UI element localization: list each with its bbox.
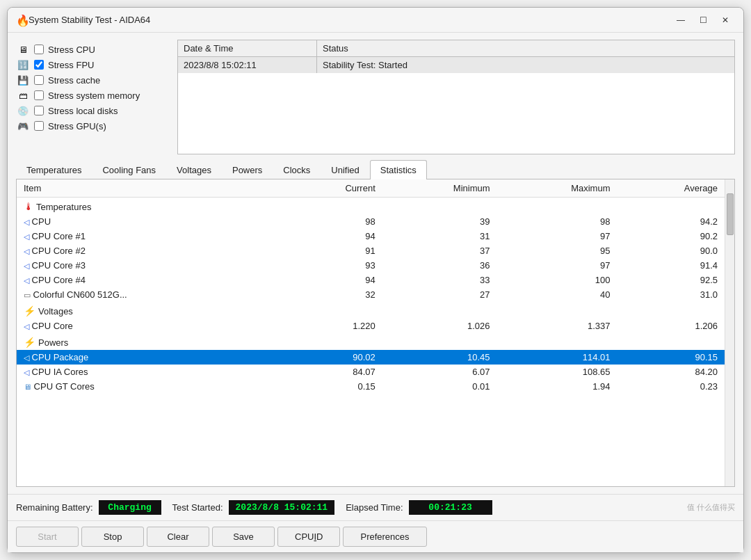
stress-memory-checkbox[interactable]	[34, 90, 44, 100]
tab-unified[interactable]: Unified	[321, 160, 369, 179]
main-window: 🔥 System Stability Test - AIDA64 — ☐ ✕ 🖥…	[7, 7, 744, 553]
table-row[interactable]: ◁ CPU Core #1 94 31 97 90.2	[17, 229, 725, 243]
stop-button[interactable]: Stop	[81, 527, 144, 547]
cpu-core3-minimum: 36	[382, 258, 497, 273]
fpu-stress-icon: 🔢	[16, 59, 30, 70]
cpuid-button[interactable]: CPUID	[277, 527, 340, 547]
elapsed-time-item: Elapsed Time: 00:21:23	[346, 500, 492, 515]
preferences-button[interactable]: Preferences	[343, 527, 426, 547]
cpu-gt-average: 0.23	[617, 379, 725, 394]
stress-cpu-item: 🖥 Stress CPU	[16, 42, 169, 56]
cpu-gt-minimum: 0.01	[382, 379, 497, 394]
cn600-minimum: 27	[382, 287, 497, 302]
clear-button[interactable]: Clear	[147, 527, 209, 547]
cpu-core2-average: 90.0	[617, 243, 725, 258]
data-table-scroll[interactable]: Item Current Minimum Maximum Average	[17, 179, 725, 486]
cpu-stress-icon: 🖥	[16, 44, 30, 55]
battery-label: Remaining Battery:	[16, 502, 93, 513]
scrollbar-thumb[interactable]	[727, 193, 734, 235]
stress-disks-checkbox[interactable]	[34, 106, 44, 115]
table-row[interactable]: ◁ CPU IA Cores 84.07 6.07 108.65 84.20	[17, 365, 725, 379]
table-row[interactable]: ◁ CPU 98 39 98 94.2	[17, 214, 725, 229]
item-cpu-core2: ◁ CPU Core #2	[17, 243, 282, 258]
cpu-core1-maximum: 97	[497, 229, 617, 243]
cpu-core1-icon: ◁	[24, 232, 29, 241]
item-cpu-core4: ◁ CPU Core #4	[17, 273, 282, 287]
cpu-gt-maximum: 1.94	[497, 379, 617, 394]
cpu-gt-icon: 🖥	[24, 383, 31, 391]
cpu-core-v-current: 1.220	[282, 319, 382, 333]
cpu-pkg-maximum: 114.01	[497, 350, 617, 365]
cpu-pkg-icon: ◁	[24, 353, 29, 362]
minimize-button[interactable]: —	[671, 13, 691, 28]
start-button[interactable]: Start	[16, 527, 79, 547]
cpu-ia-icon: ◁	[24, 368, 29, 376]
disk-icon: ▭	[24, 291, 31, 299]
table-row[interactable]: 🖥 CPU GT Cores 0.15 0.01 1.94 0.23	[17, 379, 725, 394]
tab-clocks[interactable]: Clocks	[273, 160, 321, 179]
tab-powers[interactable]: Powers	[222, 160, 273, 179]
stress-disks-item: 💿 Stress local disks	[16, 104, 169, 118]
tab-temperatures[interactable]: Temperatures	[16, 160, 92, 179]
cpu-average: 94.2	[617, 214, 725, 229]
item-cpu-gt-cores: 🖥 CPU GT Cores	[17, 379, 282, 394]
stress-cpu-checkbox[interactable]	[34, 45, 44, 54]
test-started-value: 2023/8/8 15:02:11	[229, 500, 335, 515]
cpu-ia-maximum: 108.65	[497, 365, 617, 379]
watermark: 值 什么值得买	[687, 502, 735, 513]
battery-value: Charging	[99, 500, 161, 515]
scrollbar[interactable]	[725, 179, 734, 486]
log-status-value: Stability Test: Started	[317, 57, 413, 73]
table-row[interactable]: ◁ CPU Core #4 94 33 100 92.5	[17, 273, 725, 287]
stress-cache-label[interactable]: Stress cache	[48, 75, 100, 86]
log-status-header: Status	[317, 40, 354, 56]
elapsed-time-value: 00:21:23	[409, 500, 492, 515]
stress-options-panel: 🖥 Stress CPU 🔢 Stress FPU 💾 Stress cache…	[16, 40, 169, 154]
stress-memory-label[interactable]: Stress system memory	[48, 90, 140, 101]
cpu-icon: ◁	[24, 218, 29, 226]
stress-gpu-label[interactable]: Stress GPU(s)	[48, 121, 106, 131]
test-started-label: Test Started:	[172, 502, 223, 513]
stress-gpu-checkbox[interactable]	[34, 121, 44, 131]
col-average-header: Average	[617, 179, 725, 198]
volt-section-icon: ⚡	[24, 305, 35, 317]
disks-stress-icon: 💿	[16, 105, 30, 116]
save-button[interactable]: Save	[212, 527, 275, 547]
power-section-icon: ⚡	[24, 337, 35, 348]
cn600-maximum: 40	[497, 287, 617, 302]
button-bar: Start Stop Clear Save CPUID Preferences	[8, 520, 743, 552]
cpu-pkg-minimum: 10.45	[382, 350, 497, 365]
table-row[interactable]: ◁ CPU Core #2 91 37 95 90.0	[17, 243, 725, 258]
stress-cpu-label[interactable]: Stress CPU	[48, 45, 95, 55]
tab-bar: Temperatures Cooling Fans Voltages Power…	[16, 160, 735, 179]
stress-fpu-label[interactable]: Stress FPU	[48, 60, 94, 70]
battery-status-item: Remaining Battery: Charging	[16, 500, 161, 515]
memory-stress-icon: 🗃	[16, 90, 30, 101]
status-bar: Remaining Battery: Charging Test Started…	[8, 494, 743, 520]
tab-voltages[interactable]: Voltages	[166, 160, 222, 179]
cpu-pkg-current: 90.02	[282, 350, 382, 365]
table-row[interactable]: ▭ Colorful CN600 512G... 32 27 40 31.0	[17, 287, 725, 302]
maximize-button[interactable]: ☐	[693, 13, 713, 28]
close-button[interactable]: ✕	[716, 13, 735, 28]
tab-cooling-fans[interactable]: Cooling Fans	[92, 160, 166, 179]
stress-disks-label[interactable]: Stress local disks	[48, 106, 118, 116]
log-panel: Date & Time Status 2023/8/8 15:02:11 Sta…	[177, 40, 735, 154]
cpu-pkg-average: 90.15	[617, 350, 725, 365]
cpu-core2-current: 91	[282, 243, 382, 258]
cache-stress-icon: 💾	[16, 74, 30, 86]
stress-fpu-checkbox[interactable]	[34, 60, 44, 70]
statistics-table: Item Current Minimum Maximum Average	[17, 179, 725, 394]
tab-statistics[interactable]: Statistics	[370, 160, 427, 179]
table-row[interactable]: ◁ CPU Package 90.02 10.45 114.01 90.15	[17, 350, 725, 365]
item-cpu-core-voltage: ◁ CPU Core	[17, 319, 282, 333]
stress-cache-checkbox[interactable]	[34, 75, 44, 85]
cpu-ia-minimum: 6.07	[382, 365, 497, 379]
table-row[interactable]: ◁ CPU Core #3 93 36 97 91.4	[17, 258, 725, 273]
test-started-item: Test Started: 2023/8/8 15:02:11	[172, 500, 335, 515]
table-row[interactable]: ◁ CPU Core 1.220 1.026 1.337 1.206	[17, 319, 725, 333]
item-cpu-core3: ◁ CPU Core #3	[17, 258, 282, 273]
voltages-section-header: ⚡ Voltages	[17, 302, 725, 319]
cpu-core4-maximum: 100	[497, 273, 617, 287]
log-datetime-value: 2023/8/8 15:02:11	[178, 57, 317, 73]
